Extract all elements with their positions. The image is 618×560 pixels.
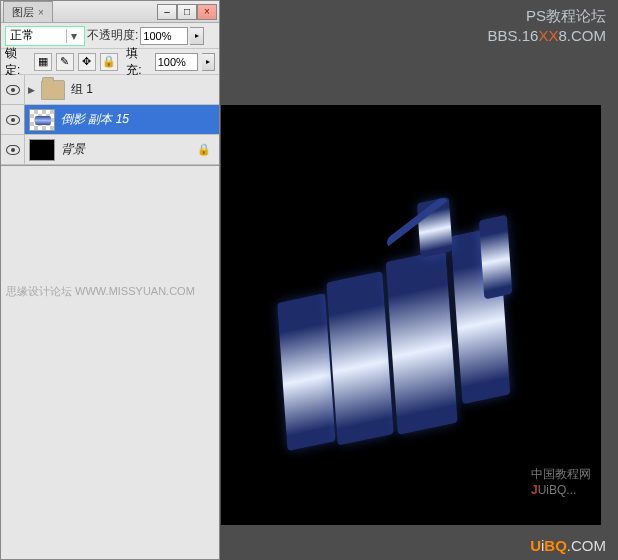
visibility-toggle[interactable] [1,75,25,104]
layer-name: 背景 [61,141,197,158]
layer-list: ▶ 组 1 倒影 副本 15 背景 🔒 [1,75,219,166]
minimize-button[interactable]: – [157,4,177,20]
siyan-watermark: 思缘设计论坛 WWW.MISSYUAN.COM [6,284,195,299]
chevron-down-icon[interactable]: ▾ [66,29,80,43]
uibq-watermark: UiBQ.COM [530,537,606,554]
close-button[interactable]: × [197,4,217,20]
artwork-canvas: 中国教程网 JUiBQ... [221,105,601,525]
lock-all-button[interactable]: 🔒 [100,53,118,71]
opacity-input[interactable]: 100% [140,27,188,45]
layer-thumbnail[interactable] [29,109,55,131]
group-expand-icon[interactable]: ▶ [25,75,37,104]
lock-label: 锁定: [5,45,30,79]
layers-tab[interactable]: 图层 × [3,1,53,22]
visibility-toggle[interactable] [1,105,25,134]
fill-label: 填充: [126,45,151,79]
opacity-value: 100% [143,30,171,42]
layer-name: 组 1 [71,81,219,98]
forum-line2: BBS.16XX8.COM [488,26,606,46]
artwork-3d-text [274,209,547,461]
blend-mode-value: 正常 [10,27,34,44]
lock-pixels-button[interactable]: ✎ [56,53,74,71]
maximize-button[interactable]: □ [177,4,197,20]
layer-group-row[interactable]: ▶ 组 1 [1,75,219,105]
forum-line1: PS教程论坛 [488,6,606,26]
fill-value: 100% [158,56,186,68]
layer-background-row[interactable]: 背景 🔒 [1,135,219,165]
tab-label: 图层 [12,5,34,20]
cn-tutorial-watermark: 中国教程网 JUiBQ... [531,466,591,497]
lock-fill-row: 锁定: ▦ ✎ ✥ 🔒 填充: 100% ▸ [1,49,219,75]
opacity-label: 不透明度: [87,27,138,44]
lock-position-button[interactable]: ✥ [78,53,96,71]
eye-icon [6,85,20,95]
lock-transparent-button[interactable]: ▦ [34,53,52,71]
fill-flyout-icon[interactable]: ▸ [202,53,215,71]
folder-icon [41,80,65,100]
visibility-toggle[interactable] [1,135,25,164]
lock-icon: 🔒 [197,143,211,156]
blend-mode-select[interactable]: 正常 ▾ [5,26,85,46]
layer-row-selected[interactable]: 倒影 副本 15 [1,105,219,135]
layers-panel: 图层 × – □ × 正常 ▾ 不透明度: 100% ▸ 锁定: ▦ ✎ [0,0,220,560]
eye-icon [6,115,20,125]
eye-icon [6,145,20,155]
fill-input[interactable]: 100% [155,53,199,71]
forum-watermark: PS教程论坛 BBS.16XX8.COM [488,6,606,46]
layer-name: 倒影 副本 15 [61,111,219,128]
panel-header: 图层 × – □ × [1,1,219,23]
opacity-flyout-icon[interactable]: ▸ [190,27,204,45]
panel-empty-area [1,166,219,559]
blend-opacity-row: 正常 ▾ 不透明度: 100% ▸ [1,23,219,49]
tab-close-icon[interactable]: × [38,7,44,18]
layer-thumbnail[interactable] [29,139,55,161]
